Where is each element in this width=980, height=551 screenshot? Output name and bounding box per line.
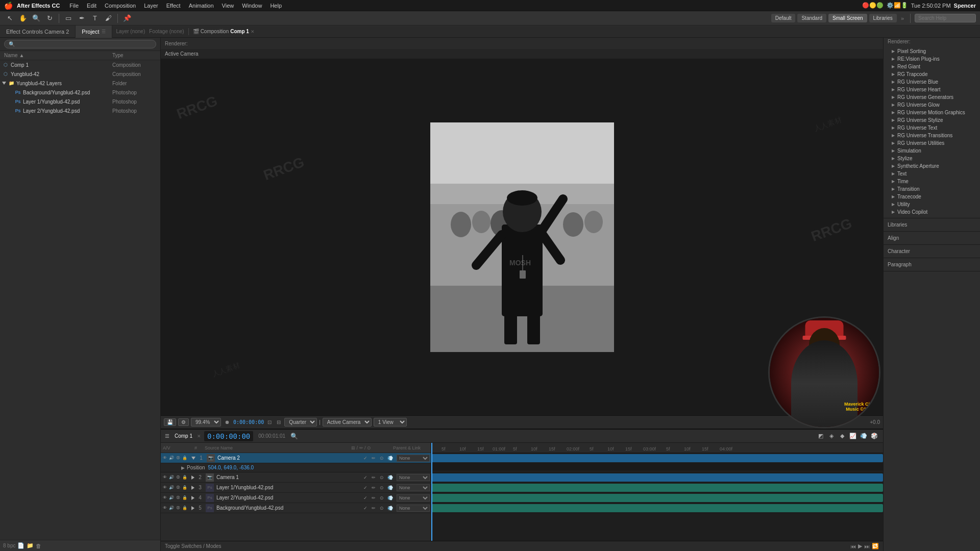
viewer-btn-save[interactable]: 💾	[164, 418, 176, 426]
ls-circle-4[interactable]: ⊙	[378, 494, 385, 502]
window-menu[interactable]: Window	[238, 2, 265, 10]
effect-video-copilot[interactable]: ▶ Video Copilot	[884, 208, 980, 216]
track-bar-3[interactable]	[431, 483, 883, 493]
effect-time[interactable]: ▶ Time	[884, 178, 980, 185]
view-select[interactable]: 1 View 2 Views	[374, 418, 407, 427]
effect-controls-tab[interactable]: Effect Controls Camera 2	[0, 26, 76, 38]
align-panel-title[interactable]: Align	[884, 234, 980, 242]
brush-tool[interactable]: 🖌	[103, 13, 114, 24]
ls-check-5[interactable]: ✓	[362, 505, 369, 512]
tl-graph[interactable]: 📈	[848, 432, 857, 441]
puppet-tool[interactable]: 📌	[121, 13, 133, 24]
layer-parent-1[interactable]: None	[395, 455, 431, 462]
viewer-btn-settings[interactable]: ⚙	[178, 418, 189, 426]
comp-tab-active[interactable]: 🎬 Composition Comp 1 ✕	[193, 29, 255, 34]
track-area[interactable]: 5f 10f 15f 01:00f 5f 10f 15f 02:00f 5f 1…	[431, 443, 883, 541]
parent-select-3[interactable]: None	[397, 484, 430, 491]
tl-keyframe[interactable]: ◆	[838, 432, 847, 441]
layer-solo-4[interactable]: ⦿	[175, 495, 181, 501]
layer-parent-3[interactable]: None	[395, 484, 431, 491]
project-new-btn[interactable]: 📄	[17, 542, 24, 549]
effect-rg-universe-motion-graphics[interactable]: ▶ RG Universe Motion Graphics	[884, 109, 980, 116]
help-menu[interactable]: Help	[266, 2, 285, 10]
layer-audio-2[interactable]: 🔊	[168, 474, 175, 481]
camera-select[interactable]: Active Camera	[323, 418, 372, 427]
project-item-layer1[interactable]: Ps Layer 1/Yungblud-42.psd Photoshop	[0, 97, 160, 106]
effect-rg-universe-text[interactable]: ▶ RG Universe Text	[884, 124, 980, 132]
ls-pencil-2[interactable]: ✏	[370, 474, 377, 481]
edit-menu[interactable]: Edit	[83, 2, 100, 10]
layer-lock-3[interactable]: 🔒	[182, 485, 188, 491]
project-delete-btn[interactable]: 🗑	[36, 543, 41, 549]
layer-expand-1[interactable]	[191, 457, 195, 460]
workspace-default[interactable]: Default	[771, 14, 796, 22]
effect-transition[interactable]: ▶ Transition	[884, 185, 980, 193]
layer-expand-3[interactable]	[191, 486, 194, 490]
apple-menu[interactable]: 🍎	[4, 2, 13, 10]
effect-trapcode[interactable]: ▶ Tracecode	[884, 193, 980, 201]
effect-pixel-sorting[interactable]: ▶ Pixel Sorting	[884, 47, 980, 55]
effect-utility[interactable]: ▶ Utility	[884, 201, 980, 208]
track-bar-2[interactable]	[431, 472, 883, 483]
project-item-folder[interactable]: 📁 Yungblud-42 Layers Folder	[0, 79, 160, 88]
ls-motion-5[interactable]: 💨	[386, 505, 394, 512]
layer-audio-3[interactable]: 🔊	[168, 485, 175, 491]
composition-menu[interactable]: Composition	[101, 2, 139, 10]
file-menu[interactable]: File	[66, 2, 82, 10]
effect-revision[interactable]: ▶ RE:Vision Plug-ins	[884, 55, 980, 63]
layer-lock-5[interactable]: 🔒	[182, 505, 188, 511]
track-bar-4[interactable]	[431, 493, 883, 503]
layer-row-2[interactable]: 👁 🔊 ⦿ 🔒 2 📷 Camera 1 ✓ ✏ ⊙	[161, 472, 431, 483]
ls-circle-2[interactable]: ⊙	[378, 474, 385, 481]
layer-row-4[interactable]: 👁 🔊 ⦿ 🔒 4 Ps Layer 2/Yungblud-42.psd ✓ ✏	[161, 493, 431, 503]
layer-lock-2[interactable]: 🔒	[182, 474, 188, 481]
tl-motion-blur[interactable]: 💨	[859, 432, 868, 441]
timeline-comp-close[interactable]: ✕	[197, 434, 201, 439]
effect-red-giant[interactable]: ▶ Red Giant	[884, 63, 980, 70]
playback-play[interactable]: ▶	[858, 543, 862, 549]
ls-check-2[interactable]: ✓	[362, 474, 369, 481]
layer-parent-2[interactable]: None	[395, 474, 431, 481]
layer-parent-5[interactable]: None	[395, 505, 431, 512]
effect-rg-universe-transitions[interactable]: ▶ RG Universe Transitions	[884, 132, 980, 139]
tl-3d[interactable]: 🎲	[870, 432, 879, 441]
effect-rg-universe-heart[interactable]: ▶ RG Universe Heart	[884, 86, 980, 93]
layer-row-5[interactable]: 👁 🔊 ⦿ 🔒 5 Ps Background/Yungblud-42.psd …	[161, 503, 431, 513]
effect-rg-universe-generators[interactable]: ▶ RG Universe Generators	[884, 93, 980, 101]
ls-check-3[interactable]: ✓	[362, 484, 369, 491]
character-panel-title[interactable]: Character	[884, 247, 980, 256]
toggle-switches-label[interactable]: Toggle Switches / Modes	[165, 543, 222, 549]
ls-motion-4[interactable]: 💨	[386, 494, 394, 502]
ls-pencil-1[interactable]: ✏	[370, 455, 377, 462]
loop-btn[interactable]: 🔁	[872, 543, 879, 549]
libraries-panel-title[interactable]: Libraries	[884, 220, 980, 229]
project-menu-icon[interactable]: ☰	[102, 29, 106, 34]
layer-menu[interactable]: Layer	[140, 2, 162, 10]
workspace-small-screen[interactable]: Small Screen	[828, 14, 867, 22]
layer-expand-4[interactable]	[191, 496, 194, 500]
layer-solo-1[interactable]: ⦿	[175, 455, 181, 461]
zoom-select[interactable]: 99.4% 50% 100%	[191, 418, 221, 427]
selection-tool[interactable]: ↖	[4, 13, 15, 24]
ls-circle-3[interactable]: ⊙	[378, 484, 385, 491]
project-folder-btn[interactable]: 📁	[27, 542, 34, 549]
ls-circle-1[interactable]: ⊙	[378, 455, 385, 462]
layer-row-1[interactable]: 👁 🔊 ⦿ 🔒 1 📷 ✓ ✏ ⊙ 💨	[161, 453, 431, 463]
effect-text[interactable]: ▶ Text	[884, 170, 980, 178]
project-search-input[interactable]	[4, 40, 156, 48]
text-tool[interactable]: T	[89, 13, 101, 24]
layer-parent-4[interactable]: None	[395, 494, 431, 502]
layer-name-input-1[interactable]	[216, 455, 360, 461]
effect-rg-universe-stylize[interactable]: ▶ RG Universe Stylize	[884, 116, 980, 124]
timeline-hamburger[interactable]: ☰	[165, 433, 169, 439]
layer-lock-4[interactable]: 🔒	[182, 495, 188, 501]
layer-audio-5[interactable]: 🔊	[168, 505, 175, 511]
layer-row-3[interactable]: 👁 🔊 ⦿ 🔒 3 Ps Layer 1/Yungblud-42.psd ✓ ✏	[161, 483, 431, 493]
shape-tool[interactable]: ▭	[63, 13, 74, 24]
ls-circle-5[interactable]: ⊙	[378, 505, 385, 512]
tl-solo[interactable]: ◈	[827, 432, 836, 441]
playback-last[interactable]: ⏭	[864, 543, 870, 549]
layer-eye-4[interactable]: 👁	[162, 495, 168, 501]
ls-motion-2[interactable]: 💨	[386, 474, 394, 481]
layer-eye-1[interactable]: 👁	[162, 455, 168, 461]
